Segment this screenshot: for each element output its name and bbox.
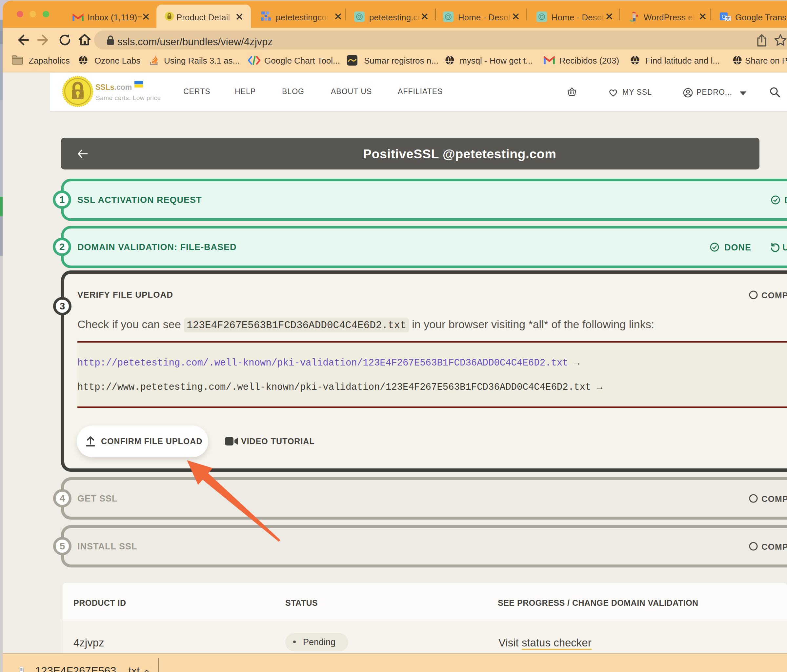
svg-text:文: 文 xyxy=(726,16,730,21)
